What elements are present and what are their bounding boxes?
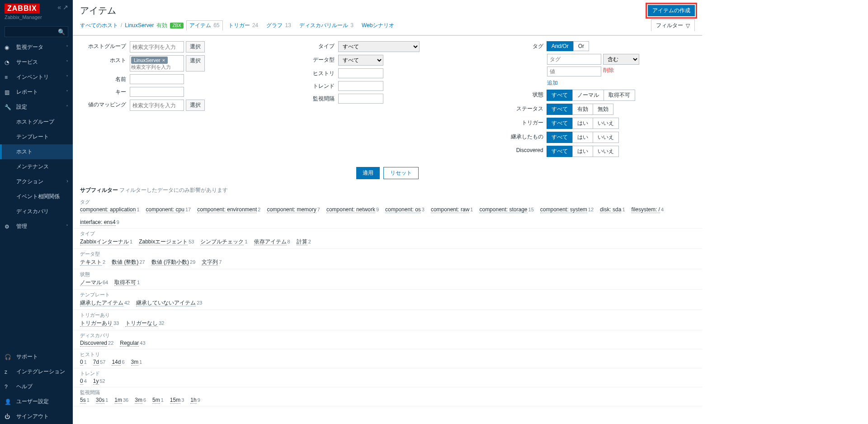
- subfilter-item[interactable]: シンプルチェック1: [200, 238, 247, 246]
- reset-button[interactable]: リセット: [383, 167, 419, 179]
- tab-triggers[interactable]: トリガー 24: [226, 21, 261, 30]
- subfilter-item[interactable]: Zabbixエージェント53: [139, 238, 194, 246]
- interval-input[interactable]: [338, 94, 383, 104]
- subfilter-item[interactable]: 依存アイテム8: [254, 238, 290, 246]
- datatype-select[interactable]: すべて: [338, 55, 383, 66]
- subfilter-item[interactable]: 3m1: [131, 359, 142, 365]
- subfilter-item[interactable]: トリガーあり33: [80, 319, 119, 327]
- sidebar-section-5[interactable]: ⚙管理˅: [0, 219, 73, 234]
- status-opt-1[interactable]: 有効: [572, 104, 593, 115]
- sidebar-footer-3[interactable]: 👤ユーザー設定: [0, 394, 73, 409]
- subfilter-item[interactable]: Zabbixインターナル1: [80, 238, 132, 246]
- subfilter-item[interactable]: 04: [80, 378, 87, 384]
- sidebar-footer-1[interactable]: zインテグレーション: [0, 364, 73, 379]
- tab-web[interactable]: Webシナリオ: [359, 21, 397, 30]
- subfilter-item[interactable]: 取得不可1: [114, 279, 140, 286]
- sidebar-section-3[interactable]: ▥レポート˅: [0, 85, 73, 100]
- collapse-icon[interactable]: « ↗: [57, 4, 68, 11]
- sidebar-sub-5[interactable]: イベント相関関係: [0, 189, 73, 204]
- tag-name-input[interactable]: [547, 54, 601, 65]
- subfilter-item[interactable]: filesystem: /4: [632, 206, 664, 213]
- host-input[interactable]: [131, 64, 183, 70]
- subfilter-item[interactable]: 文字列7: [202, 258, 222, 266]
- subfilter-item[interactable]: 継承していないアイテム23: [136, 299, 202, 307]
- subfilter-item[interactable]: component: storage15: [479, 206, 533, 213]
- sidebar-sub-6[interactable]: ディスカバリ: [0, 204, 73, 219]
- valmap-select-button[interactable]: 選択: [186, 100, 205, 111]
- subfilter-item[interactable]: 7d57: [93, 359, 106, 365]
- subfilter-item[interactable]: ノーマル64: [80, 279, 108, 286]
- status-opt-2[interactable]: 無効: [593, 104, 613, 115]
- tag-op-select[interactable]: 含む: [603, 54, 639, 65]
- subfilter-item[interactable]: 1m36: [114, 397, 128, 403]
- sidebar-section-4[interactable]: 🔧設定˄: [0, 100, 73, 114]
- subfilter-item[interactable]: component: system12: [540, 206, 594, 213]
- subfilter-item[interactable]: component: environment2: [197, 206, 260, 213]
- history-input[interactable]: [338, 68, 383, 78]
- subfilter-item[interactable]: component: os3: [385, 206, 425, 213]
- type-select[interactable]: すべて: [338, 41, 420, 52]
- inherited-opt-0[interactable]: すべて: [547, 132, 573, 143]
- subfilter-item[interactable]: トリガーなし32: [125, 319, 164, 327]
- subfilter-item[interactable]: component: network9: [326, 206, 379, 213]
- hostgroup-input[interactable]: [130, 41, 184, 52]
- key-input[interactable]: [130, 87, 184, 97]
- breadcrumb-host[interactable]: LinuxServer: [125, 22, 154, 29]
- filter-toggle[interactable]: フィルター ▽: [651, 19, 695, 31]
- tag-or-button[interactable]: Or: [573, 41, 589, 51]
- breadcrumb-all-hosts[interactable]: すべてのホスト: [80, 22, 118, 29]
- trigger-opt-2[interactable]: いいえ: [593, 118, 619, 129]
- subfilter-item[interactable]: disk: sda1: [600, 206, 625, 213]
- subfilter-item[interactable]: 5m1: [152, 397, 164, 403]
- inherited-opt-2[interactable]: いいえ: [593, 132, 619, 143]
- subfilter-item[interactable]: 01: [80, 359, 87, 365]
- sidebar-section-2[interactable]: ≡インベントリ˅: [0, 70, 73, 85]
- subfilter-item[interactable]: component: application1: [80, 206, 140, 213]
- tab-items[interactable]: アイテム 65: [186, 20, 223, 31]
- subfilter-item[interactable]: 数値 (浮動小数)29: [151, 258, 196, 266]
- remove-chip-icon[interactable]: ×: [162, 57, 165, 63]
- sidebar-footer-4[interactable]: ⏻サインアウト: [0, 409, 73, 424]
- tag-add-link[interactable]: 追加: [547, 79, 558, 87]
- discovered-opt-1[interactable]: はい: [572, 146, 593, 157]
- subfilter-item[interactable]: interface: ens49: [80, 219, 119, 225]
- subfilter-item[interactable]: 5s1: [80, 397, 90, 403]
- tab-graphs[interactable]: グラフ 13: [264, 21, 294, 30]
- subfilter-item[interactable]: 15m3: [170, 397, 184, 403]
- apply-button[interactable]: 適用: [356, 167, 380, 179]
- subfilter-item[interactable]: component: cpu17: [146, 206, 191, 213]
- sidebar-sub-1[interactable]: テンプレート: [0, 129, 73, 144]
- subfilter-item[interactable]: 数値 (整数)27: [112, 258, 145, 266]
- host-chip[interactable]: LinuxServer ×: [131, 57, 168, 64]
- sidebar-sub-3[interactable]: メンテナンス: [0, 159, 73, 174]
- tag-value-input[interactable]: [547, 67, 601, 76]
- subfilter-item[interactable]: 計算2: [297, 238, 311, 246]
- sidebar-footer-2[interactable]: ?ヘルプ: [0, 379, 73, 394]
- name-input[interactable]: [130, 74, 184, 84]
- subfilter-item[interactable]: 1h9: [190, 397, 200, 403]
- subfilter-item[interactable]: 3m6: [135, 397, 146, 403]
- sidebar-sub-0[interactable]: ホストグループ: [0, 114, 73, 129]
- host-select-button[interactable]: 選択: [186, 55, 205, 71]
- trend-input[interactable]: [338, 81, 383, 91]
- state-opt-1[interactable]: ノーマル: [572, 90, 604, 101]
- create-item-button[interactable]: アイテムの作成: [648, 5, 695, 16]
- state-opt-2[interactable]: 取得不可: [604, 90, 635, 101]
- hostgroup-select-button[interactable]: 選択: [186, 41, 205, 52]
- tag-andor-button[interactable]: And/Or: [547, 41, 574, 51]
- subfilter-item[interactable]: 1y52: [93, 378, 105, 384]
- sidebar-section-1[interactable]: ◔サービス˅: [0, 55, 73, 70]
- subfilter-item[interactable]: 継承したアイテム42: [80, 299, 130, 307]
- subfilter-item[interactable]: Regular43: [120, 340, 145, 346]
- sidebar-footer-0[interactable]: 🎧サポート: [0, 349, 73, 364]
- subfilter-item[interactable]: Discovered22: [80, 340, 113, 346]
- inherited-opt-1[interactable]: はい: [572, 132, 593, 143]
- subfilter-item[interactable]: component: raw1: [431, 206, 473, 213]
- state-opt-0[interactable]: すべて: [547, 90, 573, 101]
- subfilter-item[interactable]: 30s1: [96, 397, 108, 403]
- subfilter-item[interactable]: component: memory7: [267, 206, 320, 213]
- sidebar-section-0[interactable]: ◉監視データ˅: [0, 40, 73, 55]
- subfilter-item[interactable]: テキスト2: [80, 258, 105, 266]
- discovered-opt-0[interactable]: すべて: [547, 146, 573, 157]
- sidebar-sub-2[interactable]: ホスト: [0, 144, 73, 159]
